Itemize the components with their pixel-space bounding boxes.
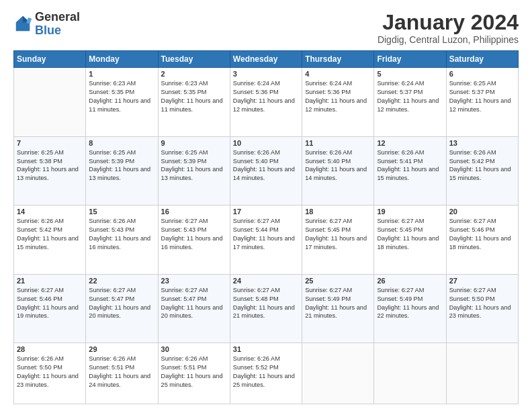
calendar-cell: 1Sunrise: 6:23 AMSunset: 5:35 PMDaylight… [86, 68, 158, 137]
cell-info: Sunrise: 6:26 AMSunset: 5:40 PMDaylight:… [233, 148, 299, 183]
weekday-header-monday: Monday [86, 51, 158, 68]
weekday-header-saturday: Saturday [446, 51, 518, 68]
calendar-cell: 23Sunrise: 6:27 AMSunset: 5:47 PMDayligh… [158, 274, 230, 343]
weekday-header-friday: Friday [374, 51, 446, 68]
day-number: 14 [17, 208, 83, 216]
cell-info: Sunrise: 6:23 AMSunset: 5:35 PMDaylight:… [161, 79, 227, 114]
calendar-cell: 20Sunrise: 6:27 AMSunset: 5:46 PMDayligh… [446, 205, 518, 275]
weekday-header-thursday: Thursday [302, 51, 374, 68]
day-number: 25 [305, 277, 371, 285]
day-number: 30 [161, 345, 227, 353]
day-number: 7 [17, 139, 83, 147]
day-number: 22 [89, 277, 154, 285]
day-number: 5 [377, 70, 443, 78]
calendar-week-3: 14Sunrise: 6:26 AMSunset: 5:42 PMDayligh… [14, 205, 519, 275]
calendar-cell: 31Sunrise: 6:26 AMSunset: 5:52 PMDayligh… [230, 343, 302, 404]
day-number: 28 [17, 345, 83, 353]
cell-info: Sunrise: 6:27 AMSunset: 5:47 PMDaylight:… [161, 286, 227, 321]
day-number: 21 [17, 277, 83, 285]
svg-marker-2 [26, 17, 32, 24]
day-number: 13 [449, 139, 515, 147]
cell-info: Sunrise: 6:27 AMSunset: 5:46 PMDaylight:… [449, 217, 515, 252]
weekday-header-sunday: Sunday [14, 51, 86, 68]
calendar-cell: 25Sunrise: 6:27 AMSunset: 5:49 PMDayligh… [302, 274, 374, 343]
calendar-cell: 18Sunrise: 6:27 AMSunset: 5:45 PMDayligh… [302, 205, 374, 275]
calendar-cell: 2Sunrise: 6:23 AMSunset: 5:35 PMDaylight… [158, 68, 230, 137]
calendar-cell: 13Sunrise: 6:26 AMSunset: 5:42 PMDayligh… [446, 136, 518, 205]
main-title: January 2024 [378, 11, 519, 34]
cell-info: Sunrise: 6:24 AMSunset: 5:36 PMDaylight:… [305, 79, 371, 114]
calendar-cell: 30Sunrise: 6:26 AMSunset: 5:51 PMDayligh… [158, 343, 230, 404]
calendar-cell: 7Sunrise: 6:25 AMSunset: 5:38 PMDaylight… [14, 136, 86, 205]
calendar-cell: 28Sunrise: 6:26 AMSunset: 5:50 PMDayligh… [14, 343, 86, 404]
calendar-cell [14, 68, 86, 137]
title-block: January 2024 Digdig, Central Luzon, Phil… [378, 11, 519, 45]
calendar-cell [374, 343, 446, 404]
cell-info: Sunrise: 6:25 AMSunset: 5:39 PMDaylight:… [89, 148, 154, 183]
calendar-week-4: 21Sunrise: 6:27 AMSunset: 5:46 PMDayligh… [14, 274, 519, 343]
calendar-table: SundayMondayTuesdayWednesdayThursdayFrid… [13, 50, 519, 404]
subtitle: Digdig, Central Luzon, Philippines [378, 34, 519, 45]
cell-info: Sunrise: 6:27 AMSunset: 5:44 PMDaylight:… [233, 217, 299, 252]
cell-info: Sunrise: 6:26 AMSunset: 5:50 PMDaylight:… [17, 355, 83, 390]
day-number: 16 [161, 208, 227, 216]
calendar-cell [302, 343, 374, 404]
day-number: 17 [233, 208, 299, 216]
calendar-cell: 21Sunrise: 6:27 AMSunset: 5:46 PMDayligh… [14, 274, 86, 343]
calendar-cell: 26Sunrise: 6:27 AMSunset: 5:49 PMDayligh… [374, 274, 446, 343]
cell-info: Sunrise: 6:23 AMSunset: 5:35 PMDaylight:… [89, 79, 154, 114]
cell-info: Sunrise: 6:26 AMSunset: 5:41 PMDaylight:… [377, 148, 443, 183]
cell-info: Sunrise: 6:26 AMSunset: 5:51 PMDaylight:… [89, 355, 154, 390]
cell-info: Sunrise: 6:24 AMSunset: 5:36 PMDaylight:… [233, 79, 299, 114]
calendar-cell: 29Sunrise: 6:26 AMSunset: 5:51 PMDayligh… [86, 343, 158, 404]
day-number: 23 [161, 277, 227, 285]
calendar-cell: 15Sunrise: 6:26 AMSunset: 5:43 PMDayligh… [86, 205, 158, 275]
cell-info: Sunrise: 6:24 AMSunset: 5:37 PMDaylight:… [377, 79, 443, 114]
cell-info: Sunrise: 6:25 AMSunset: 5:38 PMDaylight:… [17, 148, 83, 183]
day-number: 1 [89, 70, 154, 78]
calendar-cell: 14Sunrise: 6:26 AMSunset: 5:42 PMDayligh… [14, 205, 86, 275]
cell-info: Sunrise: 6:27 AMSunset: 5:43 PMDaylight:… [161, 217, 227, 252]
cell-info: Sunrise: 6:27 AMSunset: 5:49 PMDaylight:… [305, 286, 371, 321]
cell-info: Sunrise: 6:27 AMSunset: 5:45 PMDaylight:… [377, 217, 443, 252]
weekday-header-tuesday: Tuesday [158, 51, 230, 68]
day-number: 9 [161, 139, 227, 147]
cell-info: Sunrise: 6:27 AMSunset: 5:47 PMDaylight:… [89, 286, 154, 321]
day-number: 26 [377, 277, 443, 285]
calendar-cell: 9Sunrise: 6:25 AMSunset: 5:39 PMDaylight… [158, 136, 230, 205]
calendar-cell: 6Sunrise: 6:25 AMSunset: 5:37 PMDaylight… [446, 68, 518, 137]
calendar-cell: 11Sunrise: 6:26 AMSunset: 5:40 PMDayligh… [302, 136, 374, 205]
cell-info: Sunrise: 6:26 AMSunset: 5:51 PMDaylight:… [161, 355, 227, 390]
day-number: 24 [233, 277, 299, 285]
logo: General Blue [13, 11, 80, 38]
day-number: 12 [377, 139, 443, 147]
weekday-header-row: SundayMondayTuesdayWednesdayThursdayFrid… [14, 51, 519, 68]
logo-line2: Blue [35, 24, 80, 38]
cell-info: Sunrise: 6:26 AMSunset: 5:52 PMDaylight:… [233, 355, 299, 390]
calendar-cell: 4Sunrise: 6:24 AMSunset: 5:36 PMDaylight… [302, 68, 374, 137]
calendar-cell: 5Sunrise: 6:24 AMSunset: 5:37 PMDaylight… [374, 68, 446, 137]
cell-info: Sunrise: 6:27 AMSunset: 5:50 PMDaylight:… [449, 286, 515, 321]
day-number: 2 [161, 70, 227, 78]
day-number: 8 [89, 139, 154, 147]
day-number: 19 [377, 208, 443, 216]
cell-info: Sunrise: 6:26 AMSunset: 5:40 PMDaylight:… [305, 148, 371, 183]
day-number: 29 [89, 345, 154, 353]
logo-icon [13, 15, 32, 34]
calendar-cell: 17Sunrise: 6:27 AMSunset: 5:44 PMDayligh… [230, 205, 302, 275]
day-number: 11 [305, 139, 371, 147]
cell-info: Sunrise: 6:27 AMSunset: 5:49 PMDaylight:… [377, 286, 443, 321]
day-number: 31 [233, 345, 299, 353]
page: General Blue January 2024 Digdig, Centra… [0, 0, 532, 411]
calendar-week-5: 28Sunrise: 6:26 AMSunset: 5:50 PMDayligh… [14, 343, 519, 404]
cell-info: Sunrise: 6:25 AMSunset: 5:39 PMDaylight:… [161, 148, 227, 183]
calendar-week-1: 1Sunrise: 6:23 AMSunset: 5:35 PMDaylight… [14, 68, 519, 137]
day-number: 15 [89, 208, 154, 216]
weekday-header-wednesday: Wednesday [230, 51, 302, 68]
day-number: 18 [305, 208, 371, 216]
day-number: 4 [305, 70, 371, 78]
cell-info: Sunrise: 6:27 AMSunset: 5:45 PMDaylight:… [305, 217, 371, 252]
cell-info: Sunrise: 6:26 AMSunset: 5:43 PMDaylight:… [89, 217, 154, 252]
calendar-cell: 16Sunrise: 6:27 AMSunset: 5:43 PMDayligh… [158, 205, 230, 275]
calendar-cell: 12Sunrise: 6:26 AMSunset: 5:41 PMDayligh… [374, 136, 446, 205]
